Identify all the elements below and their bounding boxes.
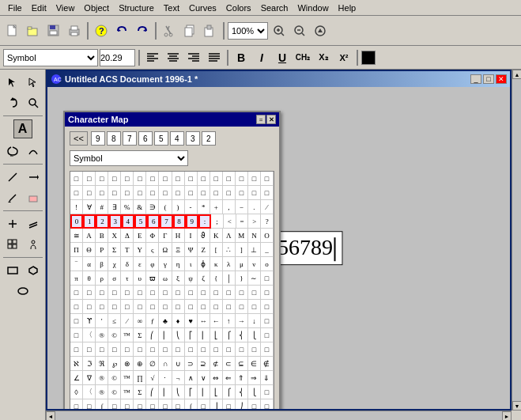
charmap-cell[interactable]: □ xyxy=(121,186,134,200)
charmap-cell[interactable]: ? xyxy=(261,214,274,229)
menu-view[interactable]: View xyxy=(51,2,80,14)
charmap-cell[interactable]: } xyxy=(236,271,248,286)
charmap-cell[interactable]: 〈 xyxy=(83,385,96,399)
charmap-cell[interactable]: κ xyxy=(210,257,223,271)
charmap-font-select[interactable]: Symbol xyxy=(70,150,188,166)
charmap-cell[interactable]: ⊥ xyxy=(248,243,261,257)
charmap-cell[interactable]: { xyxy=(210,271,223,286)
charmap-cell[interactable]: ∠ xyxy=(70,371,83,385)
charmap-cell[interactable]: ζ xyxy=(198,271,210,286)
charmap-cell[interactable]: □ xyxy=(159,172,172,186)
charmap-cell[interactable]: □ xyxy=(121,286,134,300)
charmap-cell[interactable]: : xyxy=(198,214,211,229)
charmap-cell[interactable]: □ xyxy=(261,172,274,186)
charmap-cell[interactable]: Λ xyxy=(223,229,236,243)
charmap-cell[interactable]: □ xyxy=(83,300,96,314)
charmap-cell[interactable]: ⎧ xyxy=(223,328,236,342)
charmap-cell[interactable]: ℘ xyxy=(108,357,121,371)
charmap-cell[interactable]: ; xyxy=(211,214,224,229)
charmap-cell[interactable]: Ι xyxy=(185,229,198,243)
charmap-cell[interactable]: □ xyxy=(210,300,223,314)
justify-button[interactable] xyxy=(205,49,224,66)
charmap-cell[interactable]: ∀ xyxy=(83,200,96,214)
charmap-cell[interactable]: Θ xyxy=(83,243,96,257)
menu-window[interactable]: Window xyxy=(293,2,333,14)
charmap-cell[interactable]: □ xyxy=(172,286,185,300)
charmap-cell[interactable]: < xyxy=(224,214,236,229)
charmap-cell[interactable]: □ xyxy=(96,186,108,200)
charmap-cell[interactable]: ς xyxy=(146,243,159,257)
charmap-back-button[interactable]: << xyxy=(70,131,88,146)
charmap-cell[interactable]: - xyxy=(185,200,198,214)
charmap-cell[interactable]: η xyxy=(172,257,185,271)
charmap-cell[interactable]: □ xyxy=(121,300,134,314)
charmap-cell[interactable]: ♦ xyxy=(172,314,185,328)
charmap-cell[interactable]: □ xyxy=(70,342,83,357)
nav-cell-3[interactable]: 3 xyxy=(186,131,200,146)
horizontal-scrollbar[interactable]: ◄ ► xyxy=(46,411,512,420)
charmap-cell[interactable]: Α xyxy=(83,229,96,243)
cut-button[interactable] xyxy=(160,21,179,40)
charmap-cell[interactable]: ⎢ xyxy=(198,385,210,399)
charmap-cell[interactable]: ( xyxy=(159,200,172,214)
charmap-cell[interactable]: ⊆ xyxy=(236,357,248,371)
rotate-tool[interactable] xyxy=(3,93,22,112)
charmap-cell[interactable]: □ xyxy=(223,186,236,200)
charmap-cell[interactable]: ∇ xyxy=(83,371,96,385)
subscript-button[interactable]: X₂ xyxy=(314,49,333,66)
help-button[interactable]: ? xyxy=(92,21,111,40)
charmap-cell[interactable]: ® xyxy=(96,328,108,342)
charmap-cell[interactable]: γ xyxy=(159,257,172,271)
eraser-tool[interactable] xyxy=(24,188,43,207)
charmap-cell[interactable]: Τ xyxy=(121,243,134,257)
charmap-cell[interactable]: □ xyxy=(210,172,223,186)
charmap-cell[interactable]: □ xyxy=(223,342,236,357)
charmap-minimize-button[interactable]: = xyxy=(256,115,266,124)
charmap-cell[interactable]: ϕ xyxy=(198,257,210,271)
ch2-button[interactable]: CH₂ xyxy=(293,49,312,66)
charmap-cell[interactable]: = xyxy=(236,214,249,229)
charmap-cell[interactable]: Υ xyxy=(134,243,146,257)
charmap-cell[interactable]: ϖ xyxy=(146,271,159,286)
charmap-cell[interactable]: ⊃ xyxy=(185,357,198,371)
charmap-cell[interactable]: ⎛ xyxy=(146,328,159,342)
charmap-cell[interactable]: ∅ xyxy=(146,357,159,371)
menu-structure[interactable]: Structure xyxy=(114,2,159,14)
charmap-cell[interactable]: □ xyxy=(70,300,83,314)
charmap-cell[interactable]: □ xyxy=(210,186,223,200)
menu-file[interactable]: File xyxy=(3,2,27,14)
charmap-cell[interactable]: ⇐ xyxy=(223,371,236,385)
nav-cell-7[interactable]: 7 xyxy=(123,131,137,146)
charmap-cell[interactable]: □ xyxy=(248,286,261,300)
charmap-cell[interactable]: ] xyxy=(236,243,248,257)
charmap-cell[interactable]: □ xyxy=(134,399,146,409)
charmap-cell[interactable]: . xyxy=(248,200,261,214)
charmap-cell[interactable]: □ xyxy=(70,328,83,342)
charmap-cell[interactable]: % xyxy=(121,200,134,214)
zoom-out-button[interactable] xyxy=(290,21,309,40)
charmap-cell[interactable]: □ xyxy=(172,186,185,200)
menu-edit[interactable]: Edit xyxy=(27,2,51,14)
charmap-cell[interactable]: ⇑ xyxy=(236,371,248,385)
charmap-cell[interactable]: # xyxy=(96,200,108,214)
charmap-cell[interactable]: □ xyxy=(172,300,185,314)
charmap-cell[interactable]: □ xyxy=(261,314,274,328)
charmap-cell[interactable]: □ xyxy=(96,286,108,300)
ellipse-tool[interactable] xyxy=(13,282,32,301)
charmap-cell[interactable]: ) xyxy=(172,200,185,214)
charmap-cell[interactable]: 1 xyxy=(83,214,96,229)
charmap-cell[interactable]: │ xyxy=(223,271,236,286)
charmap-cell[interactable]: π xyxy=(70,271,83,286)
charmap-cell[interactable]: □ xyxy=(134,300,146,314)
charmap-cell[interactable]: ® xyxy=(96,385,108,399)
charmap-cell[interactable]: ο xyxy=(261,257,274,271)
charmap-cell[interactable]: □ xyxy=(261,328,274,342)
charmap-cell[interactable]: 〈 xyxy=(83,328,96,342)
charmap-cell[interactable]: − xyxy=(236,200,248,214)
doc-close-button[interactable]: ✕ xyxy=(496,74,507,84)
charmap-cell[interactable]: □ xyxy=(185,172,198,186)
charmap-cell[interactable]: 5 xyxy=(134,214,147,229)
charmap-cell[interactable]: σ xyxy=(108,271,121,286)
charmap-cell[interactable]: Ν xyxy=(248,229,261,243)
charmap-cell[interactable]: ∼ xyxy=(248,271,261,286)
